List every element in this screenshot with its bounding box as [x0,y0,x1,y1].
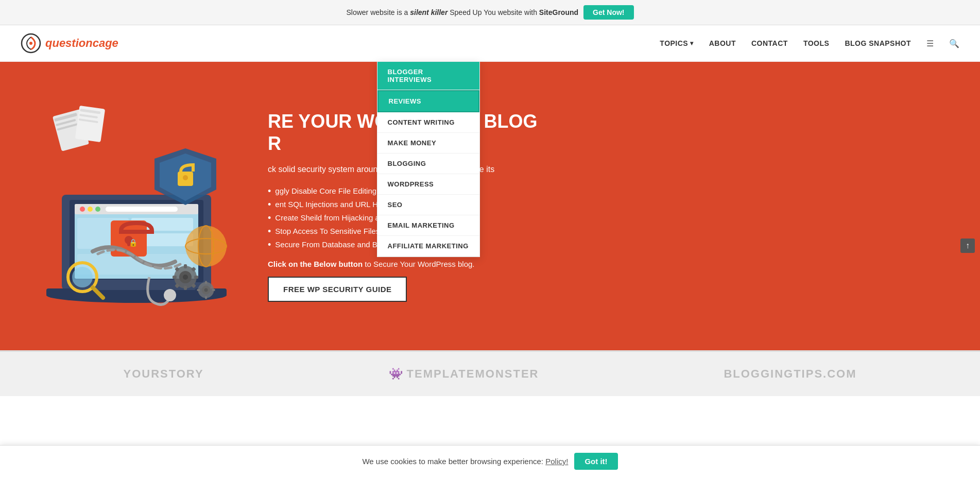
templatemonster-logo: 👾 TemplateMonster [389,367,539,381]
svg-rect-43 [184,264,187,268]
banner-text: Slower website is a silent killer Speed … [346,8,578,16]
svg-rect-17 [106,207,178,212]
nav-contact[interactable]: CONTACT [751,39,788,47]
list-item: Create Sheild from Hijacking an Open Use… [268,213,949,223]
dropdown-item-email-marketing[interactable]: EMAIL MARKETING [377,215,479,236]
scroll-up-button[interactable]: ↑ [960,238,975,253]
yourstory-logo: YOURSTORY [123,367,203,381]
nav-blog-snapshot[interactable]: BLOG SNAPSHOT [845,39,911,47]
dropdown-item-make-money[interactable]: MAKE MONEY [377,133,479,154]
up-arrow-icon: ↑ [966,241,970,250]
nav-topics[interactable]: TOPICS ▾ [660,39,693,47]
logo-text: questioncage [45,37,118,50]
svg-point-38 [72,267,93,287]
svg-rect-56 [197,289,200,291]
template-monster-icon: 👾 [389,367,404,381]
svg-rect-55 [205,296,207,299]
svg-point-42 [183,275,188,280]
nav-tools[interactable]: TOOLS [803,39,829,47]
hero-cta-text: Click on the Below button to Secure Your… [268,260,949,268]
hero-illustration: 🔒 [31,102,247,310]
hero-title: RE YOUR WORDPRESS BLOG R [268,110,949,155]
chevron-down-icon: ▾ [690,40,694,47]
hero-section: 🔒 [0,62,980,350]
dropdown-item-wordpress[interactable]: WORDPRESS [377,174,479,195]
dropdown-item-seo[interactable]: SEO [377,195,479,215]
hero-subtitle: ck solid security system around your blo… [268,163,949,176]
list-item: Secure From Database and Brute Force Att… [268,240,949,249]
svg-point-14 [80,207,85,212]
bloggingtips-logo: BLOGGINGTIPS.COM [724,367,856,381]
header: questioncage TOPICS ▾ ABOUT CONTACT TOOL… [0,25,980,62]
logo[interactable]: questioncage [21,33,118,54]
svg-rect-46 [194,276,198,279]
list-item: Stop Access To Sensitive Files in WordPr… [268,227,949,236]
svg-point-33 [185,226,227,267]
svg-point-32 [183,175,188,180]
svg-rect-44 [184,286,187,290]
hamburger-icon[interactable]: ☰ [926,39,934,48]
logo-icon [21,33,41,54]
svg-rect-57 [212,289,215,291]
dropdown-item-affiliate-marketing[interactable]: AFFILIATE MARKETING [377,236,479,257]
free-guide-button[interactable]: FREE WP Security Guide [268,277,407,302]
dropdown-item-blogging[interactable]: BLOGGING [377,154,479,174]
top-banner: Slower website is a silent killer Speed … [0,0,980,25]
dropdown-item-content-writing[interactable]: CONTENT WRITING [377,112,479,133]
svg-point-15 [88,207,93,212]
svg-point-36 [164,289,176,301]
svg-point-1 [29,42,32,45]
get-now-button[interactable]: Get Now! [583,5,633,20]
svg-text:🔒: 🔒 [129,238,138,247]
dropdown-item-reviews[interactable]: REVIEWS [377,90,479,112]
main-nav: TOPICS ▾ ABOUT CONTACT TOOLS BLOG SNAPSH… [660,39,959,48]
svg-point-53 [204,288,208,292]
topics-dropdown: BLOGGER INTERVIEWS REVIEWS CONTENT WRITI… [377,61,480,257]
svg-rect-54 [205,281,207,284]
hero-content: RE YOUR WORDPRESS BLOG R ck solid securi… [247,110,949,302]
logos-section: YOURSTORY 👾 TemplateMonster BLOGGINGTIPS… [0,350,980,396]
nav-about[interactable]: ABOUT [709,39,736,47]
list-item: ent SQL Injections and URL Hacking [268,200,949,209]
svg-point-16 [95,207,100,212]
hero-list: ggly Disable Core File Editing ent SQL I… [268,186,949,249]
svg-rect-45 [173,276,177,279]
search-icon[interactable]: 🔍 [949,39,959,48]
dropdown-item-blogger-interviews[interactable]: BLOGGER INTERVIEWS [377,62,479,90]
list-item: ggly Disable Core File Editing [268,186,949,196]
